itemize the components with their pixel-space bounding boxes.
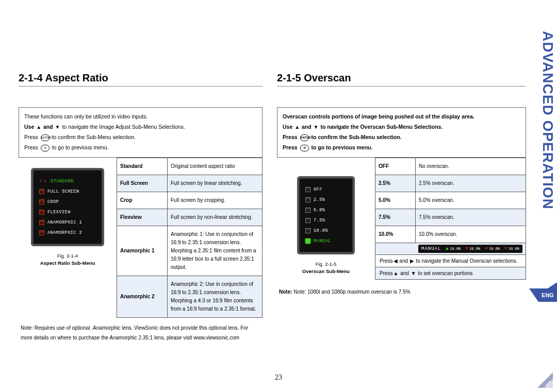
back-button-icon: ⟲ [300, 145, 309, 151]
table-row: StandardOriginal content aspect ratio [117, 158, 262, 175]
back-button-icon: ⟲ [41, 145, 50, 151]
aspect-figure: 4:3STANDARD FULL SCREEN CROP FLEXVIEW AN… [19, 158, 117, 318]
right-arrow-icon: ▶ [409, 258, 415, 264]
up-arrow-icon: ▲ [36, 122, 42, 132]
table-row: 5.0%5.0% overscan. [375, 192, 526, 209]
intro-block: These functions can only be utilized in … [19, 107, 263, 158]
down-arrow-icon: ▼ [411, 270, 417, 276]
up-arrow-icon [446, 247, 449, 250]
page-number: 23 [0, 373, 557, 382]
table-row: CropFull screen by cropping. [117, 192, 262, 209]
section-heading: 2-1-5 Overscan [277, 72, 526, 87]
overscan-options-table: OFFNo overscan. 2.5%2.5% overscan. 5.0%5… [375, 158, 526, 280]
left-arrow-icon: ◀ [393, 258, 398, 264]
table-row: Full ScreenFull screen by linear stretch… [117, 175, 262, 192]
manual-overscan-bar: MANUAL 10.0% 10.0% 10.0% 10.0% [418, 245, 522, 253]
down-arrow-icon [485, 247, 488, 250]
section-heading: 2-1-4 Aspect Ratio [19, 72, 263, 87]
page-curl-icon[interactable] [537, 372, 553, 388]
section-aspect-ratio: 2-1-4 Aspect Ratio These functions can o… [19, 21, 263, 348]
table-row: MANUAL 10.0% 10.0% 10.0% 10.0% [375, 243, 526, 254]
enter-button-icon: ENTER [300, 134, 309, 141]
intro-block: Overscan controls portions of image bein… [277, 107, 526, 158]
table-row: 2.5%2.5% overscan. [375, 175, 526, 192]
down-arrow-icon [504, 247, 507, 250]
language-tab: ENG [538, 288, 557, 302]
table-row: Press▲ and ▼ to set overscan portions [375, 267, 526, 279]
aspect-options-table: StandardOriginal content aspect ratio Fu… [117, 158, 263, 318]
table-row: 7.5%7.5% overscan. [375, 209, 526, 226]
figure-caption: Fig. 2-1-5 Overscan Sub-Menu [302, 261, 350, 276]
overscan-figure: OFF 2.5% 5.0% 7.5% 10.0% MANUAL Fig. 2-1… [277, 158, 375, 280]
up-arrow-icon: ▲ [393, 270, 399, 276]
table-row: Press◀ and ▶ to navigate the Manual Over… [375, 254, 526, 267]
section-overscan: 2-1-5 Overscan Overscan controls portion… [277, 21, 526, 348]
up-arrow-icon: ▲ [294, 122, 300, 132]
footnote: Note: Note: 1080i and 1080p maximum over… [277, 280, 526, 297]
side-title: ADVANCED OPERATION [539, 31, 556, 210]
footnote: Note: Requires use of optional .Anamorph… [19, 318, 263, 348]
enter-button-icon: ENTER [41, 134, 50, 141]
down-arrow-icon: ▼ [55, 122, 61, 132]
table-row: Anamorphic 1Anamorphic 1: Use in conjunc… [117, 226, 262, 276]
down-arrow-icon: ▼ [313, 122, 319, 132]
down-arrow-icon [465, 247, 468, 250]
table-row: OFFNo overscan. [375, 158, 526, 175]
table-row: Anamorphic 2Anamorphic 2: Use in conjunc… [117, 276, 262, 317]
table-row: FlexviewFull screen by non-linear stretc… [117, 209, 262, 226]
table-row: 10.0%10.0% overscan. [375, 226, 526, 243]
figure-caption: Fig. 2-1-4 Aspect Ratio Sub-Menu [40, 252, 95, 267]
